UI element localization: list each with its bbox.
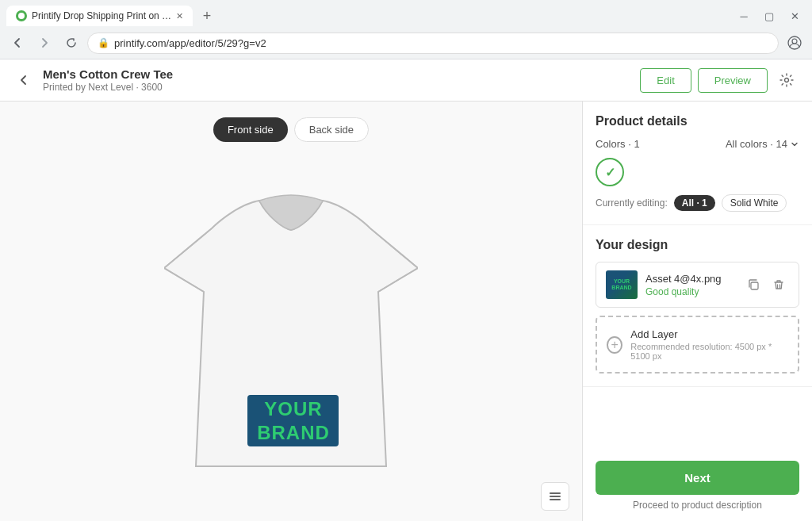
lock-icon: 🔒	[98, 37, 109, 48]
header-actions: Edit Preview	[640, 67, 799, 93]
design-actions	[743, 274, 789, 295]
add-layer-button[interactable]: + Add Layer Recommended resolution: 4500…	[596, 316, 799, 374]
svg-point-2	[792, 39, 797, 44]
tab-close-button[interactable]: ✕	[176, 11, 183, 21]
svg-rect-9	[550, 499, 561, 500]
settings-button[interactable]	[774, 67, 799, 93]
currently-editing-label: Currently editing:	[596, 197, 668, 209]
tab-favicon	[16, 10, 27, 21]
side-selector: Front side Back side	[213, 117, 369, 142]
canvas-area: Front side Back side YOUR	[0, 102, 582, 521]
add-icon: +	[607, 336, 622, 354]
add-layer-info: Add Layer Recommended resolution: 4500 p…	[630, 328, 788, 361]
close-window-button[interactable]: ✕	[783, 5, 806, 27]
svg-text:BRAND: BRAND	[257, 422, 330, 443]
back-side-button[interactable]: Back side	[294, 117, 369, 142]
svg-text:YOUR: YOUR	[264, 398, 322, 419]
svg-rect-7	[550, 492, 561, 494]
panel-bottom: Next Proceed to product description	[583, 448, 812, 521]
svg-point-0	[18, 13, 25, 19]
back-nav-button[interactable]	[6, 32, 29, 54]
check-icon: ✓	[605, 165, 615, 180]
forward-nav-button[interactable]	[33, 32, 56, 54]
design-name: Asset 4@4x.png	[645, 273, 735, 285]
product-title: Men's Cotton Crew Tee	[43, 67, 640, 81]
tab-title: Printify Drop Shipping Print on …	[32, 10, 171, 21]
colors-header: Colors · 1 All colors · 14	[596, 138, 799, 150]
your-design-title: Your design	[596, 238, 799, 252]
design-thumbnail: YOURBRAND	[606, 270, 638, 299]
product-details-section: Product details Colors · 1 All colors · …	[583, 102, 812, 225]
app-header: Men's Cotton Crew Tee Printed by Next Le…	[0, 59, 812, 102]
active-tab[interactable]: Printify Drop Shipping Print on … ✕	[6, 6, 193, 26]
add-layer-title: Add Layer	[630, 328, 788, 340]
all-badge[interactable]: All · 1	[674, 195, 715, 211]
layers-button[interactable]	[541, 482, 569, 511]
svg-rect-8	[550, 496, 561, 497]
right-panel: Product details Colors · 1 All colors · …	[582, 102, 812, 521]
svg-rect-10	[751, 282, 758, 289]
colors-count-label: Colors · 1	[596, 138, 640, 150]
your-design-section: Your design YOURBRAND Asset 4@4x.png Goo…	[583, 225, 812, 387]
solid-white-button[interactable]: Solid White	[722, 194, 787, 212]
currently-editing-row: Currently editing: All · 1 Solid White	[596, 194, 799, 212]
app-back-button[interactable]	[13, 69, 35, 91]
next-button[interactable]: Next	[596, 461, 799, 495]
proceed-text: Proceed to product description	[596, 500, 799, 511]
new-tab-button[interactable]: +	[196, 5, 218, 27]
product-subtitle: Printed by Next Level · 3600	[43, 82, 640, 93]
minimize-button[interactable]: ─	[733, 5, 755, 27]
all-colors-button[interactable]: All colors · 14	[726, 138, 799, 150]
design-info: Asset 4@4x.png Good quality	[645, 273, 735, 297]
address-bar[interactable]: 🔒 printify.com/app/editor/5/29?g=v2	[87, 33, 779, 54]
product-details-title: Product details	[596, 114, 799, 128]
main-content: Front side Back side YOUR	[0, 102, 812, 521]
delete-design-button[interactable]	[768, 274, 789, 295]
preview-button[interactable]: Preview	[698, 68, 768, 93]
maximize-button[interactable]: ▢	[758, 5, 780, 27]
tshirt-preview: YOUR BRAND	[164, 155, 418, 508]
profile-button[interactable]	[783, 32, 806, 54]
reload-button[interactable]	[60, 32, 82, 54]
url-text: printify.com/app/editor/5/29?g=v2	[114, 37, 768, 49]
design-quality: Good quality	[645, 286, 735, 297]
front-side-button[interactable]: Front side	[213, 117, 288, 142]
add-layer-resolution: Recommended resolution: 4500 px * 5100 p…	[630, 342, 788, 361]
svg-point-3	[785, 79, 789, 82]
design-item: YOURBRAND Asset 4@4x.png Good quality	[596, 262, 799, 308]
white-color-swatch[interactable]: ✓	[596, 158, 624, 186]
all-colors-label: All colors · 14	[726, 138, 787, 150]
edit-button[interactable]: Edit	[640, 68, 691, 93]
product-info: Men's Cotton Crew Tee Printed by Next Le…	[43, 67, 640, 93]
copy-design-button[interactable]	[743, 274, 764, 295]
